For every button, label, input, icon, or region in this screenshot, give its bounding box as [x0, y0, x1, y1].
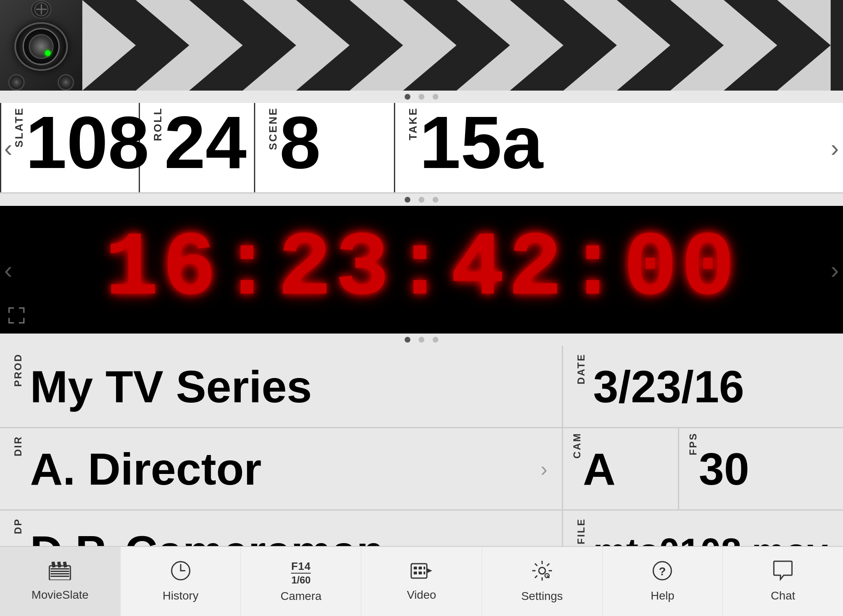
cam-label: CAM	[571, 432, 583, 461]
tc-nav-left[interactable]: ‹	[4, 256, 12, 284]
nav-camera[interactable]: F14 1/60 Camera	[241, 547, 361, 616]
dots-row-2	[0, 194, 843, 206]
dir-cam-row: DIR A. Director › CAM A FPS 30	[0, 428, 843, 511]
scene-cell[interactable]: SCENE 8	[255, 103, 395, 192]
nav-arrow-left[interactable]: ‹	[4, 133, 12, 162]
navigation-bar: MovieSlate History F14 1/60 Camera	[0, 546, 843, 616]
svg-line-38	[547, 564, 550, 566]
svg-marker-30	[427, 568, 432, 573]
movieslate-label: MovieSlate	[32, 588, 89, 602]
take-cell[interactable]: TAKE 15a	[395, 103, 843, 192]
dot-1	[405, 94, 410, 100]
slate-value: 108	[26, 107, 149, 177]
cam-value: A	[583, 446, 615, 492]
slate-info-row: ‹ SLATE 108 ROLL 24 SCENE 8 TAKE 15a ›	[0, 103, 843, 194]
svg-rect-25	[419, 567, 422, 569]
chat-label: Chat	[771, 589, 795, 602]
svg-rect-28	[419, 572, 422, 574]
date-value: 3/23/16	[593, 364, 744, 409]
nav-history[interactable]: History	[121, 547, 241, 616]
scene-value: 8	[279, 107, 321, 177]
fps-label: FPS	[687, 432, 699, 457]
dot-7	[405, 337, 410, 343]
nav-video[interactable]: Video	[361, 547, 482, 616]
scene-label: SCENE	[263, 107, 279, 154]
dot-4	[405, 197, 410, 203]
camera-lens	[14, 22, 68, 71]
screw-bottom-right	[58, 74, 74, 91]
svg-rect-13	[51, 568, 69, 569]
video-icon	[410, 561, 433, 585]
history-icon	[170, 560, 191, 586]
svg-line-39	[535, 576, 537, 578]
svg-text:?: ?	[659, 565, 666, 578]
dot-6	[433, 197, 438, 203]
dot-3	[433, 94, 438, 100]
nav-settings[interactable]: Settings	[482, 547, 603, 616]
dot-8	[419, 337, 424, 343]
file-label: FILE	[575, 518, 587, 546]
prod-cell[interactable]: PROD My TV Series	[0, 346, 563, 427]
camera-icon: F14 1/60	[291, 560, 311, 586]
fps-value: 30	[699, 446, 749, 492]
svg-rect-16	[51, 576, 69, 577]
dir-chevron: ›	[540, 457, 547, 481]
svg-line-36	[535, 564, 537, 566]
svg-rect-15	[51, 573, 69, 574]
chat-icon	[772, 560, 794, 586]
dot-9	[433, 337, 438, 343]
svg-marker-11	[831, 0, 843, 91]
movieslate-icon	[49, 561, 71, 585]
dots-row-3	[0, 334, 843, 346]
chevron-pattern	[82, 0, 843, 91]
svg-rect-29	[424, 572, 425, 574]
settings-icon	[531, 560, 553, 586]
svg-rect-18	[57, 562, 61, 568]
svg-rect-26	[424, 567, 425, 569]
green-indicator	[45, 50, 51, 56]
tc-nav-right[interactable]: ›	[831, 256, 839, 284]
cam-fps-cell[interactable]: CAM A FPS 30	[563, 428, 843, 509]
svg-rect-12	[49, 566, 70, 580]
date-label: DATE	[575, 353, 587, 387]
svg-rect-19	[63, 562, 67, 568]
svg-rect-23	[411, 564, 427, 578]
camera-mechanism	[0, 0, 82, 91]
help-label: Help	[651, 589, 675, 602]
video-label: Video	[407, 588, 436, 602]
dir-value: A. Director	[30, 446, 261, 492]
nav-arrow-right[interactable]: ›	[831, 133, 839, 162]
svg-rect-14	[51, 571, 69, 572]
take-value: 15a	[419, 107, 543, 177]
timecode-display: 16:23:42:00	[105, 224, 738, 315]
help-icon: ?	[652, 560, 673, 586]
roll-label: ROLL	[148, 107, 164, 145]
nav-chat[interactable]: Chat	[723, 547, 843, 616]
prod-value: My TV Series	[30, 364, 312, 409]
settings-label: Settings	[521, 590, 563, 603]
dir-cell[interactable]: DIR A. Director ›	[0, 428, 563, 509]
screw-bottom-left	[8, 74, 25, 91]
dot-5	[419, 197, 424, 203]
dir-label: DIR	[12, 436, 24, 458]
timecode-section[interactable]: ‹ 16:23:42:00 ›	[0, 206, 843, 334]
svg-rect-17	[51, 562, 56, 568]
date-cell[interactable]: DATE 3/23/16	[563, 346, 843, 427]
nav-movieslate[interactable]: MovieSlate	[0, 547, 121, 616]
take-label: TAKE	[403, 107, 419, 145]
svg-point-31	[539, 567, 545, 574]
nav-help[interactable]: ? Help	[603, 547, 723, 616]
prod-label: PROD	[12, 353, 24, 389]
prod-date-row: PROD My TV Series DATE 3/23/16	[0, 346, 843, 428]
history-label: History	[163, 589, 198, 602]
screw-top	[31, 0, 51, 19]
svg-rect-24	[414, 567, 417, 569]
slate-cell[interactable]: SLATE 108	[0, 103, 140, 192]
svg-rect-27	[414, 572, 417, 574]
clapper-top	[0, 0, 843, 91]
roll-value: 24	[164, 107, 247, 177]
camera-nav-label: Camera	[281, 590, 322, 603]
dot-2	[419, 94, 424, 100]
expand-icon[interactable]	[8, 307, 25, 327]
roll-cell[interactable]: ROLL 24	[140, 103, 255, 192]
